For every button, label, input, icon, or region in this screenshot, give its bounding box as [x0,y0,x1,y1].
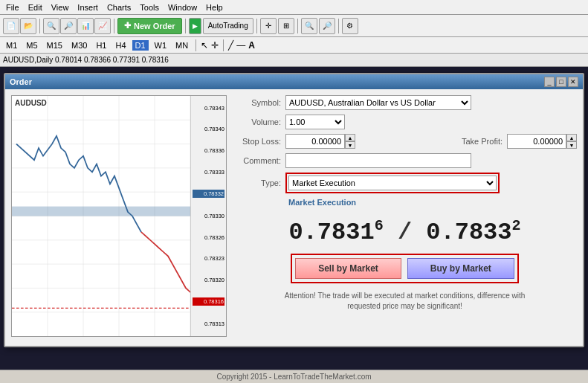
chart-panel: AUDUSD [11,95,227,337]
trade-buttons-wrapper: Sell by Market Buy by Market [291,254,519,283]
crosshair-btn[interactable]: ✛ [260,18,277,34]
right-panel: Symbol: AUDUSD, Australian Dollar vs US … [233,95,577,337]
price-separator: / [398,219,426,246]
attention-text: Attention! The trade will be executed at… [233,291,577,312]
type-select[interactable]: Market Execution [288,176,497,190]
price-tick-1: 0.78343 [193,105,224,112]
menu-file[interactable]: File [1,1,24,13]
line-tool: ╱ [228,40,233,51]
buy-btn-label: Buy by Market [430,263,491,274]
tf-h1[interactable]: H1 [93,40,109,51]
volume-select[interactable]: 1.00 [285,115,345,129]
toolbar-sep-5 [297,19,298,33]
menu-bar: File Edit View Insert Charts Tools Windo… [0,0,588,15]
dialog-minimize-btn[interactable]: _ [544,77,555,87]
zoom-out-btn[interactable]: 🔎 [60,18,77,34]
comment-field[interactable] [285,153,471,168]
toolbar-group-1: 📄 📂 [3,18,36,34]
toolbar-sep-1 [39,19,40,33]
indicator-btn[interactable]: 📈 [94,18,111,34]
price-tick-6: 0.78326 [193,234,224,241]
tf-m15[interactable]: M15 [44,40,65,51]
price-tick-9: 0.78316 [193,297,224,306]
price-display: 0.78316 / 0.78332 [233,211,577,249]
settings-btn[interactable]: ⚙ [342,18,358,34]
type-label: Type: [233,178,281,187]
stoploss-input: 0.00000 ▲ ▼ [285,134,355,149]
stoploss-down[interactable]: ▼ [345,141,355,149]
menu-help[interactable]: Help [201,1,227,13]
dialog-title-buttons: _ □ ✕ [544,77,578,87]
chart-props-btn[interactable]: 📊 [77,18,94,34]
tf-m5[interactable]: M5 [23,40,40,51]
price-tick-8: 0.78320 [193,277,224,283]
crosshair-icon: ✛ [211,40,219,51]
tf-w1[interactable]: W1 [152,40,170,51]
price-tick-2: 0.78340 [193,126,224,132]
footer-text: Copyright 2015 - LearnToTradeTheMarket.c… [216,373,371,381]
price-tick-7: 0.78323 [193,255,224,262]
stoploss-field[interactable]: 0.00000 [285,134,345,149]
zoom-out2-btn[interactable]: 🔎 [319,18,335,34]
toolbar-sep-6 [338,19,339,33]
open-btn[interactable]: 📂 [20,18,36,34]
autotrading-icon[interactable]: ▶ [189,18,201,34]
takeprofit-label: Take Profit: [450,137,503,146]
new-order-label: New Order [134,22,175,30]
timeframe-bar: M1 M5 M15 M30 H1 H4 D1 W1 MN ↖ ✛ ╱ — A [0,37,588,54]
takeprofit-up[interactable]: ▲ [566,134,577,141]
dialog-close-btn[interactable]: ✕ [568,77,578,87]
menu-tools[interactable]: Tools [135,1,164,13]
dialog-maximize-btn[interactable]: □ [556,77,566,87]
tf-h4[interactable]: H4 [112,40,129,51]
status-text: AUDUSD,Daily 0.78014 0.78366 0.77391 0.7… [3,56,169,64]
zoom-in-btn[interactable]: 🔍 [43,18,59,34]
menu-edit[interactable]: Edit [24,1,47,13]
tf-m1[interactable]: M1 [3,40,20,51]
stoploss-label: Stop Loss: [233,137,281,146]
type-row-container: Type: Market Execution [233,173,577,193]
zoom-btn[interactable]: 🔍 [301,18,317,34]
hline-tool: — [236,40,245,51]
new-order-button[interactable]: ✚ New Order [117,18,182,34]
takeprofit-down[interactable]: ▼ [566,141,577,149]
toolbar-sep-3 [185,19,186,33]
type-border-wrapper: Market Execution [285,173,500,193]
price-tick-5: 0.78330 [193,213,224,219]
autotrading-btn[interactable]: AutoTrading [203,18,253,34]
symbol-select[interactable]: AUDUSD, Australian Dollar vs US Dollar [285,95,471,110]
text-tool: A [248,40,255,51]
price-tick-highlighted: 0.78332 [193,190,224,198]
attention-line2: requested price may be significant! [233,301,577,312]
menu-insert[interactable]: Insert [73,1,103,13]
price-tick-10: 0.78313 [193,321,224,327]
menu-window[interactable]: Window [164,1,201,13]
menu-view[interactable]: View [47,1,74,13]
takeprofit-input: 0.00000 ▲ ▼ [507,134,577,149]
menu-charts[interactable]: Charts [103,1,135,13]
toolbar-group-2: 🔍 🔎 📊 📈 [43,18,111,34]
market-exec-label: Market Execution [288,198,356,207]
symbol-label: Symbol: [233,98,281,107]
sell-by-market-button[interactable]: Sell by Market [295,258,401,279]
price-axis: 0.78343 0.78340 0.78336 0.78333 0.78332 … [190,96,226,336]
tf-d1[interactable]: D1 [132,40,149,51]
stoploss-spin: ▲ ▼ [345,134,355,149]
takeprofit-field[interactable]: 0.00000 [507,134,566,149]
takeprofit-spin: ▲ ▼ [566,134,577,149]
sl-tp-row: Stop Loss: 0.00000 ▲ ▼ Take Profit: 0.00… [233,134,577,149]
symbol-row: Symbol: AUDUSD, Australian Dollar vs US … [233,95,577,110]
buy-by-market-button[interactable]: Buy by Market [407,258,514,279]
tf-sep2 [223,39,224,51]
periods-btn[interactable]: ⊞ [278,18,294,34]
main-area: Order _ □ ✕ AUDUSD [0,67,588,370]
bid-price-small: 6 [375,217,384,234]
autotrading-label: AutoTrading [208,22,248,30]
stoploss-up[interactable]: ▲ [345,134,355,141]
tf-mn[interactable]: MN [172,40,191,51]
tf-m30[interactable]: M30 [68,40,90,51]
trade-btns-container: Sell by Market Buy by Market [233,254,577,283]
new-chart-btn[interactable]: 📄 [3,18,19,34]
volume-label: Volume: [233,118,281,126]
toolbar-sep-2 [114,19,114,33]
